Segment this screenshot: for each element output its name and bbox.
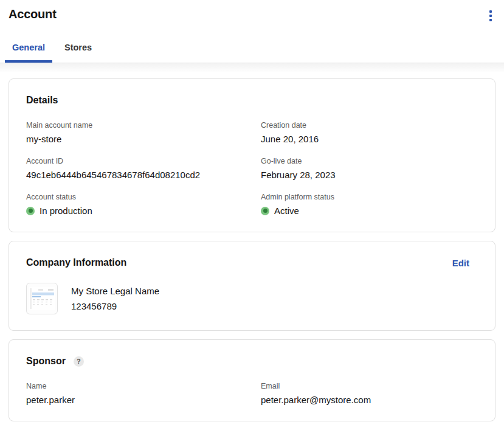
details-card: Details Main account name my-store Creat… [9,78,495,232]
tabbar-divider-shade [0,63,504,73]
field-account-status: Account status In production [26,193,261,216]
field-value: June 20, 2016 [261,134,478,144]
kebab-menu-icon[interactable] [487,8,494,24]
status-dot-inner [263,209,268,213]
status-dot-icon [261,207,269,215]
field-value: 49c1eb6444b645467834678f64d08210cd2 [26,170,261,180]
kebab-dot [489,10,492,13]
field-label: Creation date [261,121,478,130]
field-label: Email [261,382,478,390]
tab-general[interactable]: General [5,43,52,63]
sponsor-card-title: Sponsor [26,356,66,367]
company-information-card: Company Information Edit [9,241,495,331]
kebab-dot [489,19,492,21]
status-text: Active [274,206,299,216]
field-value: peter.parker [26,395,261,405]
page-title: Account [9,7,57,21]
tab-bar: General Stores [0,43,504,63]
field-value: February 28, 2023 [261,170,478,180]
page-header: Account [0,0,504,24]
main-content: Details Main account name my-store Creat… [0,73,504,421]
field-account-id: Account ID 49c1eb6444b645467834678f64d08… [26,157,261,180]
field-label: Account ID [26,157,261,165]
field-label: Main account name [26,121,261,130]
field-admin-platform-status: Admin platform status Active [261,193,478,216]
company-legal-name: My Store Legal Name [71,286,159,296]
field-label: Admin platform status [261,193,478,201]
tab-stores[interactable]: Stores [57,43,99,63]
sponsor-fields: Name peter.parker Email peter.parker@mys… [26,382,478,405]
company-card-head: Company Information Edit [26,257,478,268]
field-value: Active [261,206,478,216]
edit-button[interactable]: Edit [452,258,478,268]
details-card-title: Details [26,95,478,106]
field-main-account-name: Main account name my-store [26,121,261,144]
field-value: peter.parker@mystore.com [261,395,478,405]
status-text: In production [40,206,92,216]
field-sponsor-name: Name peter.parker [26,382,261,405]
company-text: My Store Legal Name 123456789 [71,286,159,311]
field-value: my-store [26,134,261,144]
field-value: In production [26,206,261,216]
kebab-dot [489,15,492,17]
field-sponsor-email: Email peter.parker@mystore.com [261,382,478,405]
company-logo-image [29,287,55,310]
sponsor-card-head: Sponsor ? [26,356,478,367]
company-logo-thumbnail[interactable] [26,283,58,314]
details-fields: Main account name my-store Creation date… [26,121,478,216]
field-go-live-date: Go-live date February 28, 2023 [261,157,478,180]
field-label: Account status [26,193,261,201]
sponsor-card: Sponsor ? Name peter.parker Email peter.… [9,339,495,421]
question-mark-icon[interactable]: ? [74,356,84,367]
company-card-title: Company Information [26,257,126,268]
status-dot-icon [26,207,35,215]
field-label: Name [26,382,261,390]
field-creation-date: Creation date June 20, 2016 [261,121,478,144]
field-label: Go-live date [261,157,478,165]
status-dot-inner [29,209,33,213]
company-registration-number: 123456789 [71,301,159,311]
company-body: My Store Legal Name 123456789 [26,283,478,314]
